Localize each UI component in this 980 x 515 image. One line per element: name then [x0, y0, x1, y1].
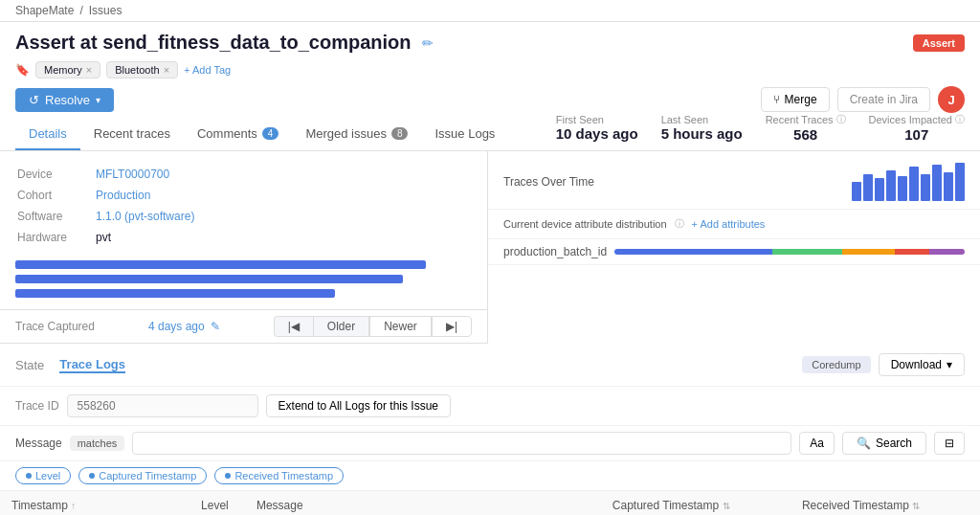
stat-last-seen-label: Last Seen [661, 114, 743, 125]
download-button[interactable]: Download ▾ [879, 353, 965, 376]
mini-bar-7 [921, 174, 930, 201]
col-received-ts[interactable]: Received Timestamp ⇅ [791, 491, 980, 515]
tab-recent-traces[interactable]: Recent traces [80, 119, 184, 150]
stat-recent-traces: Recent Traces ⓘ 568 [766, 113, 846, 143]
tab-details-label: Details [29, 126, 67, 141]
stat-recent-traces-label: Recent Traces ⓘ [766, 113, 846, 126]
stats-row: First Seen 10 days ago Last Seen 5 hours… [556, 113, 965, 150]
merge-label: Merge [785, 93, 817, 106]
nav-older-label-button[interactable]: Older [313, 316, 369, 337]
mini-bar-8 [932, 165, 942, 201]
breadcrumb-org[interactable]: ShapeMate [15, 4, 74, 17]
breadcrumb: ShapeMate / Issues [0, 0, 980, 22]
recent-traces-info-icon[interactable]: ⓘ [836, 113, 846, 126]
tag-memory-label: Memory [44, 64, 82, 76]
tag-row: 🔖 Memory × Bluetooth × + Add Tag [15, 61, 965, 78]
attr-segment-4 [895, 249, 930, 255]
progress-bar-2 [15, 275, 403, 283]
nav-older-button[interactable]: |◀ [274, 316, 313, 337]
stat-last-seen-value: 5 hours ago [661, 125, 743, 142]
device-row: Device MFLT0000700 [17, 165, 470, 184]
state-tab[interactable]: State [15, 358, 44, 372]
production-batch-row: production_batch_id [488, 239, 980, 265]
cohort-label: Cohort [17, 186, 94, 205]
left-actions: ↺ Resolve ▾ [15, 88, 114, 112]
hardware-row: Hardware pvt [17, 228, 470, 247]
avatar[interactable]: J [938, 86, 965, 113]
message-input[interactable] [132, 432, 791, 455]
merge-icon: ⑂ [773, 93, 780, 106]
attr-dist-info-icon[interactable]: ⓘ [675, 217, 684, 231]
issue-title-row: Assert at send_fitness_data_to_companion… [15, 32, 965, 54]
mini-bar-3 [875, 178, 884, 201]
stat-first-seen: First Seen 10 days ago [556, 114, 638, 142]
stat-first-seen-label: First Seen [556, 114, 638, 125]
tab-issue-logs[interactable]: Issue Logs [421, 119, 508, 150]
tag-bluetooth-remove[interactable]: × [164, 64, 169, 76]
attr-dist-row: Current device attribute distribution ⓘ … [488, 210, 980, 239]
search-button[interactable]: 🔍 Search [842, 432, 926, 455]
trace-captured-label: Trace Captured [15, 320, 95, 333]
progress-bar-1 [15, 260, 426, 269]
software-label: Software [17, 207, 94, 226]
right-tools: Coredump Download ▾ [802, 353, 965, 376]
trace-logs-tab[interactable]: Trace Logs [59, 357, 125, 373]
nav-newer-label-button[interactable]: Newer [369, 316, 432, 337]
log-table: Timestamp ↑ Level Message Captured Times… [0, 491, 980, 515]
chip-received-ts[interactable]: Received Timestamp [214, 467, 344, 484]
edit-icon[interactable]: ✏ [422, 35, 434, 51]
stat-recent-traces-value: 568 [766, 126, 846, 143]
mini-bar-4 [886, 170, 896, 201]
add-tag-button[interactable]: + Add Tag [184, 64, 231, 76]
case-sensitive-button[interactable]: Aa [799, 432, 835, 455]
chip-received-ts-dot [225, 473, 231, 479]
trace-id-input[interactable] [67, 394, 258, 417]
device-label: Device [17, 165, 94, 184]
tab-issue-logs-label: Issue Logs [434, 126, 495, 141]
progress-bars [0, 260, 487, 309]
tag-memory: Memory × [35, 61, 100, 78]
extend-button[interactable]: Extend to All Logs for this Issue [266, 394, 451, 417]
attr-segment-5 [929, 249, 965, 255]
mini-bar-1 [852, 182, 861, 201]
traces-header: Traces Over Time [488, 151, 980, 210]
chip-row: Level Captured Timestamp Received Timest… [0, 461, 980, 491]
device-value[interactable]: MFLT0000700 [96, 168, 169, 181]
tab-comments[interactable]: Comments 4 [184, 119, 292, 150]
attr-segment-1 [614, 249, 772, 255]
attr-name: production_batch_id [503, 245, 607, 258]
chip-captured-ts-label: Captured Timestamp [99, 470, 196, 481]
col-captured-ts[interactable]: Captured Timestamp ⇅ [601, 491, 791, 515]
header-area: Assert at send_fitness_data_to_companion… [0, 22, 980, 151]
chip-captured-ts[interactable]: Captured Timestamp [78, 467, 207, 484]
tab-details[interactable]: Details [15, 119, 80, 150]
right-actions: ⑂ Merge Create in Jira J [761, 86, 965, 113]
chip-captured-ts-dot [89, 473, 95, 479]
jira-button[interactable]: Create in Jira [837, 87, 930, 112]
cohort-value[interactable]: Production [96, 189, 150, 202]
progress-bar-3 [15, 289, 335, 298]
tab-merged-issues[interactable]: Merged issues 8 [292, 119, 421, 150]
edit-trace-icon[interactable]: ✎ [211, 320, 220, 333]
col-timestamp[interactable]: Timestamp ↑ [0, 491, 189, 515]
search-icon: 🔍 [857, 437, 871, 450]
chip-level-label: Level [35, 470, 60, 481]
devices-impacted-info-icon[interactable]: ⓘ [955, 113, 965, 126]
tab-recent-traces-label: Recent traces [94, 126, 170, 141]
col-level: Level [189, 491, 245, 515]
attr-dist-label: Current device attribute distribution [503, 218, 667, 230]
tag-memory-remove[interactable]: × [86, 64, 92, 76]
attr-segment-3 [842, 249, 895, 255]
merge-button[interactable]: ⑂ Merge [761, 87, 830, 112]
nav-newest-button[interactable]: ▶| [432, 316, 472, 337]
tab-comments-badge: 4 [262, 127, 279, 140]
table-header-row: Timestamp ↑ Level Message Captured Times… [0, 491, 980, 515]
chip-level[interactable]: Level [15, 467, 71, 484]
resolve-button[interactable]: ↺ Resolve ▾ [15, 88, 114, 112]
logs-toolbar: State Trace Logs Coredump Download ▾ [0, 344, 980, 387]
download-dropdown-icon: ▾ [947, 358, 952, 371]
tabs-stats-row: Details Recent traces Comments 4 Merged … [15, 113, 965, 150]
add-attributes-button[interactable]: + Add attributes [692, 218, 766, 230]
filter-button[interactable]: ⊟ [934, 432, 965, 455]
software-value[interactable]: 1.1.0 (pvt-software) [96, 210, 194, 223]
